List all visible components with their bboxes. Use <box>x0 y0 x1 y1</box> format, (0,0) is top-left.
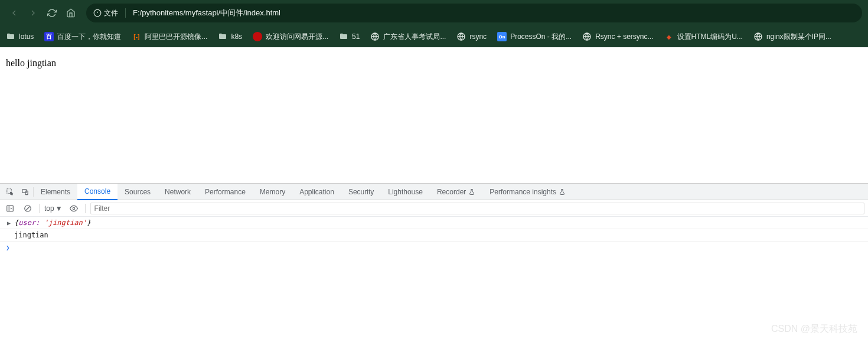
bookmark-label: nginx限制某个IP同... <box>766 32 831 42</box>
bookmark-item[interactable]: nginx限制某个IP同... <box>753 32 831 42</box>
tab-lighthouse[interactable]: Lighthouse <box>381 184 430 200</box>
console-output: ▶ {user: 'jingtian'} jingtian ❯ <box>0 217 868 253</box>
tab-application[interactable]: Application <box>292 184 341 200</box>
bookmark-item[interactable]: k8s <box>218 32 242 41</box>
tab-network[interactable]: Network <box>158 184 198 200</box>
tab-performance[interactable]: Performance <box>198 184 253 200</box>
console-log-row[interactable]: jingtian <box>0 229 868 242</box>
live-expression-icon[interactable] <box>67 202 80 215</box>
baidu-icon: 百 <box>44 32 54 41</box>
url-divider <box>125 8 126 18</box>
bookmark-item[interactable]: ◆设置HTML编码为U... <box>664 32 743 42</box>
tab-sources[interactable]: Sources <box>118 184 158 200</box>
bookmark-label: 阿里巴巴开源镜像... <box>145 32 207 42</box>
filter-input[interactable] <box>90 203 864 214</box>
bookmark-item[interactable]: lotus <box>6 32 34 41</box>
bookmark-label: Rsync + sersync... <box>595 32 653 41</box>
bookmark-item[interactable]: 51 <box>339 32 360 41</box>
bookmark-label: 51 <box>352 32 360 41</box>
svg-rect-10 <box>7 206 14 211</box>
bookmark-label: 广东省人事考试局... <box>383 32 446 42</box>
divider <box>39 204 40 213</box>
console-input-row[interactable]: ❯ <box>0 242 868 253</box>
reload-button[interactable] <box>44 5 60 21</box>
tab-console[interactable]: Console <box>77 184 118 200</box>
tab-security[interactable]: Security <box>341 184 381 200</box>
devtools-tabs: Elements Console Sources Network Perform… <box>0 184 868 200</box>
bookmark-label: 百度一下，你就知道 <box>57 32 121 42</box>
bookmark-item[interactable]: rsync <box>456 32 487 41</box>
file-info-icon: 文件 <box>93 8 118 18</box>
flask-icon <box>468 188 475 195</box>
bookmark-item[interactable]: [-]阿里巴巴开源镜像... <box>132 32 207 42</box>
bookmark-item[interactable]: 欢迎访问网易开源... <box>253 32 328 42</box>
prompt-icon: ❯ <box>6 244 10 252</box>
netease-icon <box>253 32 262 41</box>
tab-elements[interactable]: Elements <box>34 184 77 200</box>
device-toolbar-icon[interactable] <box>18 184 33 200</box>
clear-console-icon[interactable] <box>21 202 34 215</box>
svg-point-14 <box>73 207 75 210</box>
folder-icon <box>339 33 348 41</box>
globe-icon <box>370 32 380 41</box>
forward-button[interactable] <box>25 5 41 21</box>
tab-performance-insights[interactable]: Performance insights <box>482 184 573 200</box>
inspect-element-icon[interactable] <box>2 184 18 200</box>
bookmark-label: 设置HTML编码为U... <box>677 32 743 42</box>
url-bar[interactable]: 文件 F:/pythonitems/myfastapi/中间件/index.ht… <box>86 4 862 22</box>
toggle-sidebar-icon[interactable] <box>4 202 17 215</box>
url-prefix-label: 文件 <box>104 8 118 18</box>
folder-icon <box>218 33 227 41</box>
folder-icon <box>6 33 15 41</box>
page-text: hello jingtian <box>6 58 56 68</box>
bookmark-label: k8s <box>231 32 242 41</box>
divider <box>85 204 86 213</box>
processon-icon: On <box>497 32 507 41</box>
flask-icon <box>559 188 566 195</box>
navigation-bar: 文件 F:/pythonitems/myfastapi/中间件/index.ht… <box>0 0 868 26</box>
devtools-panel: Elements Console Sources Network Perform… <box>0 183 868 253</box>
home-button[interactable] <box>63 5 79 21</box>
console-toolbar: top ▼ <box>0 200 868 217</box>
globe-icon <box>753 32 763 41</box>
browser-chrome: 文件 F:/pythonitems/myfastapi/中间件/index.ht… <box>0 0 868 47</box>
tab-memory[interactable]: Memory <box>253 184 292 200</box>
html-icon: ◆ <box>664 32 674 41</box>
bookmarks-bar: lotus百百度一下，你就知道[-]阿里巴巴开源镜像...k8s欢迎访问网易开源… <box>0 26 868 47</box>
console-log-row[interactable]: ▶ {user: 'jingtian'} <box>0 217 868 229</box>
expand-triangle-icon[interactable]: ▶ <box>7 220 11 226</box>
bookmark-label: lotus <box>19 32 34 41</box>
aliyun-icon: [-] <box>132 32 141 41</box>
bookmark-item[interactable]: 广东省人事考试局... <box>370 32 446 42</box>
back-button[interactable] <box>6 5 22 21</box>
chevron-down-icon: ▼ <box>56 204 63 213</box>
url-text: F:/pythonitems/myfastapi/中间件/index.html <box>133 8 280 18</box>
bookmark-label: rsync <box>469 32 487 41</box>
globe-icon <box>456 32 466 41</box>
bookmark-item[interactable]: OnProcessOn - 我的... <box>497 32 572 42</box>
bookmark-label: 欢迎访问网易开源... <box>266 32 328 42</box>
bookmark-label: ProcessOn - 我的... <box>510 32 572 42</box>
bookmark-item[interactable]: 百百度一下，你就知道 <box>44 32 121 42</box>
watermark: CSDN @景天科技苑 <box>771 323 857 335</box>
page-content: hello jingtian <box>0 47 868 183</box>
filter-input-wrapper <box>90 203 864 214</box>
context-dropdown[interactable]: top ▼ <box>44 204 63 213</box>
globe-icon <box>582 32 592 41</box>
svg-line-13 <box>26 206 30 210</box>
tab-recorder[interactable]: Recorder <box>430 184 482 200</box>
bookmark-item[interactable]: Rsync + sersync... <box>582 32 653 41</box>
